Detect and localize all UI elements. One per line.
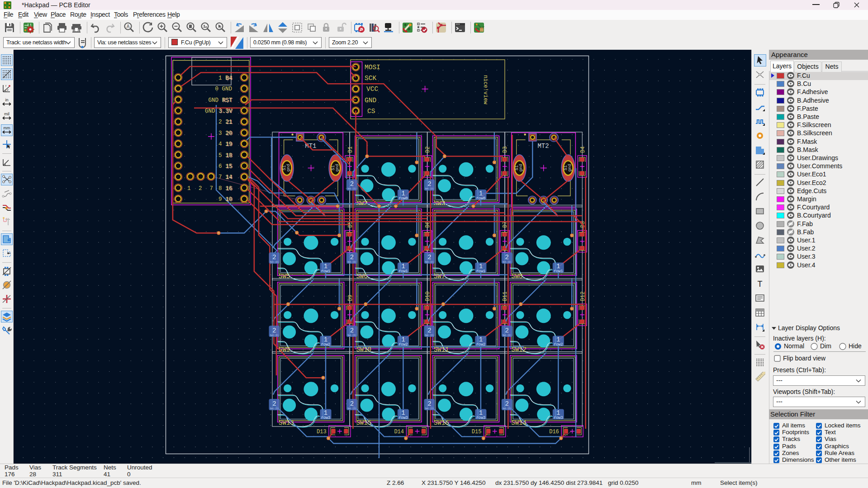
svg-text:D3: D3 xyxy=(502,147,508,153)
svg-text:nice!view: nice!view xyxy=(482,75,489,105)
svg-text:Net-(D): Net-(D) xyxy=(270,407,279,410)
svg-text:Net-(D): Net-(D) xyxy=(503,407,511,410)
svg-text:2: 2 xyxy=(199,185,202,192)
svg-text:SW5: SW5 xyxy=(279,273,290,280)
svg-text:2: 2 xyxy=(505,400,509,407)
svg-text:2: 2 xyxy=(350,254,354,261)
svg-text:14: 14 xyxy=(226,175,232,181)
svg-text:gnd: gnd xyxy=(518,164,523,171)
svg-text:SW14: SW14 xyxy=(511,419,526,426)
svg-text:2: 2 xyxy=(427,327,431,334)
svg-text:0 GND: 0 GND xyxy=(215,86,232,92)
svg-text:SW6: SW6 xyxy=(356,273,367,280)
svg-text:MT2: MT2 xyxy=(537,142,549,150)
svg-text:20: 20 xyxy=(226,131,232,137)
svg-text:SW2: SW2 xyxy=(356,200,367,207)
svg-text:D14: D14 xyxy=(394,429,404,435)
svg-text:SW9: SW9 xyxy=(279,346,290,353)
svg-text:D1: D1 xyxy=(347,147,354,153)
svg-text:2: 2 xyxy=(427,254,431,261)
svg-text:Net-(D): Net-(D) xyxy=(270,261,279,263)
svg-text:VCC: VCC xyxy=(366,85,378,93)
svg-text:mil: mil xyxy=(4,112,9,116)
svg-text:16: 16 xyxy=(226,186,232,192)
svg-text:21: 21 xyxy=(226,119,232,126)
svg-text:D13: D13 xyxy=(317,429,327,435)
svg-text:3.3V: 3.3V xyxy=(219,109,233,115)
svg-text:row2: row2 xyxy=(398,342,408,347)
svg-text:2: 2 xyxy=(272,254,276,261)
svg-text:Net-(D): Net-(D) xyxy=(503,334,511,336)
svg-text:D15: D15 xyxy=(472,429,482,435)
svg-text:θ: θ xyxy=(7,88,9,92)
svg-text:SW16: SW16 xyxy=(434,419,449,426)
svg-text:1: 1 xyxy=(187,185,191,192)
svg-text:MOSI: MOSI xyxy=(365,64,380,71)
svg-text:2: 2 xyxy=(427,400,431,407)
svg-text:15: 15 xyxy=(226,164,232,170)
svg-text:Net-(D): Net-(D) xyxy=(270,334,279,336)
svg-text:2: 2 xyxy=(427,180,431,188)
svg-text:D2: D2 xyxy=(425,147,431,153)
svg-text:RST: RST xyxy=(223,98,233,104)
svg-text:19: 19 xyxy=(226,142,232,148)
svg-text:10: 10 xyxy=(226,197,232,203)
svg-text:Net-(D): Net-(D) xyxy=(347,261,356,263)
svg-text:row1: row1 xyxy=(321,269,330,274)
svg-text:Net-(D): Net-(D) xyxy=(425,407,434,410)
svg-text:row0: row0 xyxy=(476,196,485,201)
svg-text:CS: CS xyxy=(367,108,375,115)
svg-text:row3: row3 xyxy=(476,416,485,420)
svg-text:row2: row2 xyxy=(321,342,330,347)
svg-text:A: A xyxy=(127,24,130,29)
svg-text:D4: D4 xyxy=(580,147,586,153)
svg-text:row3: row3 xyxy=(554,416,563,420)
svg-text:Net-(D): Net-(D) xyxy=(425,188,434,190)
svg-text:2: 2 xyxy=(350,400,354,407)
svg-text:Net-(D): Net-(D) xyxy=(347,188,356,190)
svg-text:row2: row2 xyxy=(476,342,485,347)
svg-text:Net-(D): Net-(D) xyxy=(425,334,434,336)
svg-text:row3: row3 xyxy=(321,416,330,420)
svg-text:T: T xyxy=(758,280,763,289)
svg-text:B4: B4 xyxy=(226,76,232,82)
svg-text:in: in xyxy=(5,98,8,102)
svg-text:Net-(D): Net-(D) xyxy=(347,334,356,336)
svg-text:row1: row1 xyxy=(554,269,563,274)
svg-text:SCK: SCK xyxy=(365,75,376,82)
svg-text:2: 2 xyxy=(272,400,276,407)
svg-text:SW3: SW3 xyxy=(434,200,445,207)
svg-text:SW13: SW13 xyxy=(279,419,294,426)
svg-text:r: r xyxy=(5,84,7,87)
svg-text:2: 2 xyxy=(350,327,354,334)
svg-text:gnd: gnd xyxy=(335,164,340,171)
svg-text:2: 2 xyxy=(505,254,509,261)
svg-text:gnd: gnd xyxy=(567,164,572,171)
svg-text:2: 2 xyxy=(272,327,276,334)
svg-text:mm: mm xyxy=(4,126,10,130)
svg-text:SW12: SW12 xyxy=(511,346,526,353)
svg-text:7: 7 xyxy=(209,185,213,192)
svg-text:Net-(D): Net-(D) xyxy=(503,261,511,263)
svg-text:D16: D16 xyxy=(549,429,559,435)
svg-text:SW7: SW7 xyxy=(434,273,445,280)
svg-text:SW15: SW15 xyxy=(356,419,371,426)
svg-text:row1: row1 xyxy=(398,269,408,274)
svg-text:SW10: SW10 xyxy=(356,346,371,353)
svg-text:row3: row3 xyxy=(398,416,408,420)
svg-text:Net-(D): Net-(D) xyxy=(347,407,356,410)
svg-text:Net-(D): Net-(D) xyxy=(425,261,434,263)
svg-text:GND: GND xyxy=(365,97,376,104)
svg-text:2: 2 xyxy=(350,180,354,188)
svg-text:gnd: gnd xyxy=(286,164,291,171)
svg-text:SW8: SW8 xyxy=(511,273,522,280)
svg-text:row0: row0 xyxy=(398,196,408,201)
svg-text:SW11: SW11 xyxy=(434,346,449,353)
svg-text:row1: row1 xyxy=(476,269,485,274)
svg-text:row2: row2 xyxy=(554,342,563,347)
svg-text:2: 2 xyxy=(505,327,509,334)
svg-text:18: 18 xyxy=(226,153,232,159)
